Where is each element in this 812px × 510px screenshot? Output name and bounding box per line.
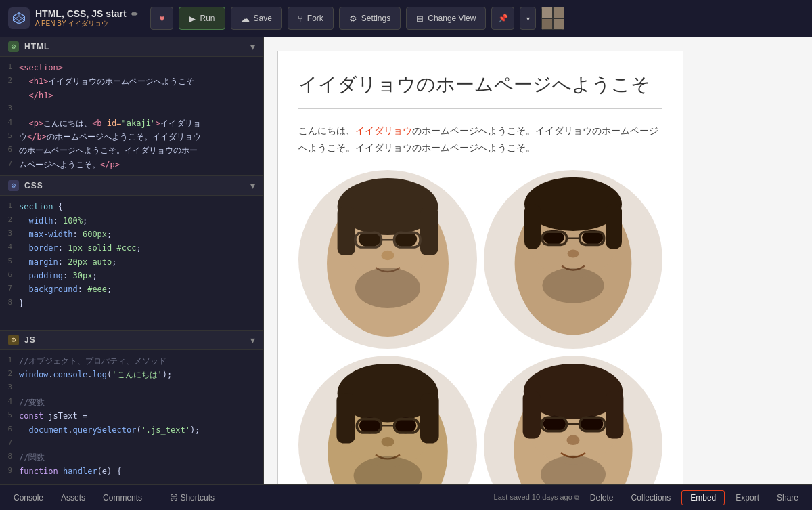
saved-text: Last saved 10 days ago — [494, 493, 572, 501]
pin-icon: 📌 — [498, 14, 508, 23]
css-collapse-button[interactable]: ▾ — [250, 180, 255, 191]
gear-icon: ⚙ — [349, 14, 357, 24]
svg-point-54 — [566, 435, 579, 445]
code-line: 8 } — [0, 297, 263, 310]
face-image-3 — [298, 356, 477, 484]
cloud-icon: ☁ — [241, 14, 250, 24]
embed-button[interactable]: Embed — [681, 490, 725, 505]
svg-point-18 — [381, 251, 394, 260]
preview-image-grid — [298, 170, 662, 484]
pen-by-text: A PEN BY — [35, 20, 66, 27]
run-icon: ▶ — [189, 14, 196, 24]
pen-subtitle: A PEN BY イイダリョウ — [35, 19, 138, 28]
css-label: CSS — [24, 181, 43, 190]
preview-para-before: こんにちは、 — [298, 126, 355, 136]
html-editor-body[interactable]: 1 <section> 2 <h1>イイダリョウのホームページへようこそ </h… — [0, 57, 263, 175]
code-line: 7 — [0, 437, 263, 450]
code-line: 4 border: 1px solid #ccc; — [0, 241, 263, 255]
collections-button[interactable]: Collections — [625, 490, 678, 505]
grid-icon: ⊞ — [416, 14, 424, 24]
preview-content: イイダリョウのホームページへようこそ こんにちは、イイダリョウのホームページへよ… — [277, 51, 683, 484]
css-editor-body[interactable]: 1 section { 2 width: 100%; 3 max-width: … — [0, 196, 263, 329]
svg-rect-47 — [523, 391, 541, 439]
external-link-icon: ⧉ — [574, 494, 579, 501]
pen-title: HTML, CSS, JS start ✏ — [35, 8, 138, 19]
share-button[interactable]: Share — [770, 490, 805, 505]
avatar[interactable] — [541, 7, 564, 30]
pin-button[interactable]: 📌 — [491, 7, 514, 30]
comments-button[interactable]: Comments — [96, 490, 149, 505]
html-label: HTML — [24, 42, 49, 51]
html-editor-section: ⚙ HTML ▾ 1 <section> 2 <h1>イイダリョウのホームページ… — [0, 37, 263, 176]
topbar-dropdown-button[interactable]: ▾ — [520, 7, 536, 30]
svg-marker-1 — [16, 16, 22, 21]
code-line: 1 section { — [0, 200, 263, 213]
preview-panel: イイダリョウのホームページへようこそ こんにちは、イイダリョウのホームページへよ… — [264, 37, 812, 484]
css-editor-header: ⚙ CSS ▾ — [0, 176, 263, 196]
pen-author: イイダリョウ — [68, 20, 108, 27]
fork-icon: ⑂ — [298, 14, 303, 24]
svg-rect-36 — [420, 394, 439, 444]
code-line: 4 //変数 — [0, 396, 263, 409]
shortcuts-label: Shortcuts — [180, 493, 215, 503]
main-area: ⚙ HTML ▾ 1 <section> 2 <h1>イイダリョウのホームページ… — [0, 37, 812, 484]
settings-button[interactable]: ⚙ Settings — [339, 7, 401, 30]
code-line: 4 <p>こんにちは、<b id="akaji">イイダリョ — [0, 116, 263, 130]
code-line: 5 margin: 20px auto; — [0, 255, 263, 269]
js-editor-header: ⚙ JS ▾ — [0, 331, 263, 350]
command-icon: ⌘ — [170, 493, 178, 503]
change-view-button[interactable]: ⊞ Change View — [406, 7, 486, 30]
svg-rect-24 — [606, 205, 622, 249]
code-line: 3 — [0, 381, 263, 395]
love-button[interactable]: ♥ — [150, 7, 173, 30]
save-button[interactable]: ☁ Save — [231, 7, 282, 30]
svg-point-19 — [355, 268, 420, 308]
svg-point-30 — [568, 250, 579, 258]
code-line: 6 padding: 30px; — [0, 269, 263, 282]
edit-icon[interactable]: ✏ — [131, 9, 138, 19]
code-line: 3 max-width: 600px; — [0, 228, 263, 241]
face-image-4 — [484, 356, 662, 484]
js-label: JS — [24, 335, 36, 345]
codepen-logo — [8, 7, 30, 29]
pen-title-text: HTML, CSS, JS start — [35, 8, 127, 19]
svg-rect-12 — [420, 207, 438, 255]
run-button[interactable]: ▶ ▶ Run Run — [179, 7, 225, 30]
html-icon: ⚙ — [8, 41, 19, 52]
svg-point-31 — [542, 268, 604, 303]
html-collapse-button[interactable]: ▾ — [250, 41, 255, 52]
js-icon: ⚙ — [8, 335, 19, 345]
heart-icon: ♥ — [159, 13, 164, 24]
css-icon: ⚙ — [8, 180, 19, 191]
logo-area: HTML, CSS, JS start ✏ A PEN BY イイダリョウ — [8, 7, 138, 29]
code-line: 1 //オブジェクト、プロパティ、メソッド — [0, 354, 263, 368]
code-line: 2 window.console.log('こんにちは'); — [0, 368, 263, 381]
preview-heading: イイダリョウのホームページへようこそ — [298, 72, 662, 109]
pen-title-area: HTML, CSS, JS start ✏ A PEN BY イイダリョウ — [35, 8, 138, 28]
svg-point-42 — [381, 437, 394, 446]
code-line: 7 background: #eee; — [0, 282, 263, 296]
code-line: 6 document.querySelector('.js_text'); — [0, 423, 263, 437]
export-button[interactable]: Export — [729, 490, 766, 505]
svg-rect-48 — [606, 391, 623, 439]
save-status: Last saved 10 days ago ⧉ — [494, 493, 579, 502]
code-line: 2 <h1>イイダリョウのホームページへようこそ — [0, 75, 263, 88]
preview-paragraph: こんにちは、イイダリョウのホームページへようこそ。イイダリョウのホームページへよ… — [298, 123, 662, 156]
face-image-2 — [484, 170, 662, 349]
topbar: HTML, CSS, JS start ✏ A PEN BY イイダリョウ ♥ … — [0, 0, 812, 37]
console-button[interactable]: Console — [7, 490, 50, 505]
js-editor-body[interactable]: 1 //オブジェクト、プロパティ、メソッド 2 window.console.l… — [0, 350, 263, 484]
chevron-down-icon: ▾ — [526, 15, 530, 22]
shortcuts-button[interactable]: ⌘ Shortcuts — [163, 490, 221, 505]
svg-rect-23 — [524, 205, 541, 249]
js-collapse-button[interactable]: ▾ — [250, 335, 255, 345]
code-line: 7 ムページへようこそ。</p> — [0, 158, 263, 171]
code-line: </h1> — [0, 89, 263, 102]
html-editor-header: ⚙ HTML ▾ — [0, 37, 263, 57]
statusbar: Console Assets Comments ⌘ Shortcuts Last… — [0, 484, 812, 510]
html-header-left: ⚙ HTML — [8, 41, 49, 52]
code-line: 6 のホームページへようこそ。イイダリョウのホー — [0, 144, 263, 157]
delete-button[interactable]: Delete — [583, 490, 621, 505]
assets-button[interactable]: Assets — [54, 490, 92, 505]
fork-button[interactable]: ⑂ Fork — [288, 7, 334, 30]
